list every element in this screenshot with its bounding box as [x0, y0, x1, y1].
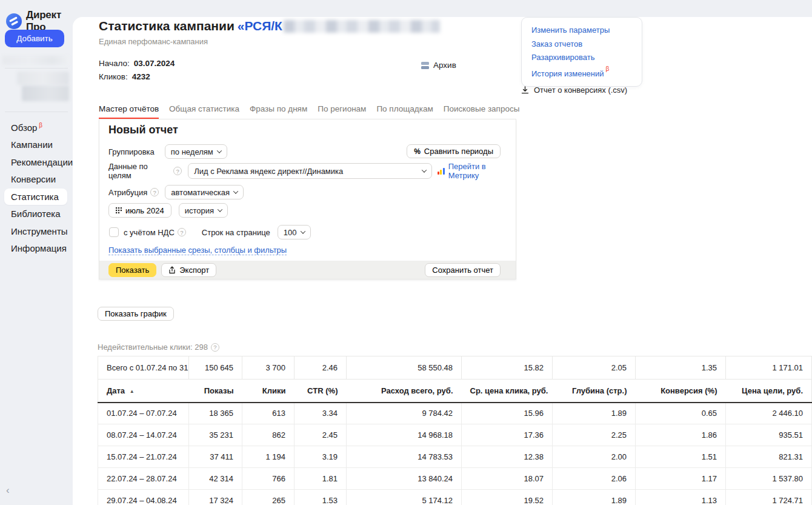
add-button[interactable]: Добавить	[5, 30, 64, 47]
vat-rows-row: с учётом НДС ? Строк на странице 100	[109, 225, 516, 239]
column-ctr[interactable]: CTR (%)	[295, 380, 347, 403]
direct-pro-statistics-page: Директ Про Добавить Обзор β Кампании Рек…	[0, 0, 812, 505]
metrika-link-group: Перейти в Метрику	[438, 162, 516, 180]
attribution-row: Атрибуция ? автоматическая	[108, 185, 516, 199]
start-date-row: Начало:03.07.2024	[99, 57, 175, 70]
sidebar-item-overview[interactable]: Обзор β	[0, 119, 73, 136]
direct-pro-logo-icon	[6, 13, 22, 29]
tab-general-statistics[interactable]: Общая статистика	[169, 104, 239, 119]
goals-label: Данные по целям	[108, 162, 170, 180]
sidebar-collapse-icon[interactable]: ‹	[6, 484, 10, 497]
chevron-down-icon	[300, 229, 305, 233]
table-row: 08.07.24 – 14.07.24 35 231 862 2.45 14 9…	[98, 424, 812, 446]
slices-row: Показать выбранные срезы, столбцы и филь…	[108, 244, 287, 256]
help-icon[interactable]: ?	[178, 228, 186, 236]
show-button[interactable]: Показать	[108, 263, 156, 277]
goals-row: Данные по целям ? Лид с Реклама яндекс д…	[108, 163, 516, 179]
beta-badge: β	[39, 122, 42, 129]
table-header-row: Дата ▲ Показы Клики CTR (%) Расход всего…	[98, 380, 812, 403]
edit-parameters-link[interactable]: Изменить параметры	[531, 24, 632, 38]
summary-label: Всего с 01.07.24 по 31.07.24	[98, 356, 189, 380]
chevron-down-icon	[233, 189, 238, 193]
period-picker-button[interactable]: июль 2024	[108, 203, 171, 218]
redacted-user-block-2	[22, 85, 69, 101]
tab-by-regions[interactable]: По регионам	[318, 104, 366, 119]
sidebar: Директ Про Добавить Обзор β Кампании Рек…	[0, 0, 73, 505]
archive-status[interactable]: Архив	[421, 61, 456, 70]
redacted-user-block	[17, 72, 69, 85]
start-date-value: 03.07.2024	[134, 59, 175, 68]
conversions-report-csv-link[interactable]: Отчет о конверсиях (.csv)	[521, 85, 627, 95]
column-depth[interactable]: Глубина (стр.)	[553, 380, 636, 403]
archive-label: Архив	[433, 61, 456, 70]
tab-phrases-by-day[interactable]: Фразы по дням	[250, 104, 307, 119]
invalid-clicks-note: Недействительные клики: 298 ?	[98, 343, 219, 352]
show-slices-columns-filters-link[interactable]: Показать выбранные срезы, столбцы и филь…	[108, 246, 287, 255]
attribution-label: Атрибуция	[108, 188, 147, 197]
help-icon[interactable]: ?	[211, 343, 219, 352]
history-select[interactable]: история	[179, 203, 228, 218]
form-footer: Показать Экспорт Сохранить отчет	[99, 261, 516, 279]
column-impressions[interactable]: Показы	[189, 380, 242, 403]
tab-search-queries[interactable]: Поисковые запросы	[444, 104, 520, 119]
sort-asc-icon: ▲	[130, 389, 135, 394]
sidebar-item-information[interactable]: Информация	[0, 240, 73, 258]
vat-checkbox[interactable]	[109, 227, 119, 237]
export-button[interactable]: Экспорт	[161, 263, 216, 277]
save-report-button[interactable]: Сохранить отчет	[425, 263, 501, 277]
compare-periods-icon: %	[414, 147, 421, 156]
page-title: Статистика кампании «РСЯ/К	[99, 19, 440, 33]
table-row: 22.07.24 – 28.07.24 42 314 766 1.81 13 8…	[98, 468, 812, 490]
sidebar-item-campaigns[interactable]: Кампании	[0, 136, 73, 154]
sidebar-item-library[interactable]: Библиотека	[0, 206, 73, 223]
grouping-label: Группировка	[108, 147, 155, 156]
new-report-form: Новый отчет Группировка по неделям % Сра…	[99, 119, 516, 279]
grouping-select[interactable]: по неделям	[165, 144, 227, 159]
grouping-row: Группировка по неделям % Сравнить период…	[108, 144, 516, 159]
sidebar-item-recommendations[interactable]: Рекомендации 2	[0, 153, 73, 171]
sidebar-item-tools[interactable]: Инструменты	[0, 222, 73, 240]
column-clicks[interactable]: Клики	[242, 380, 295, 403]
column-avg-cpc[interactable]: Ср. цена клика, руб.	[462, 380, 553, 403]
metrika-icon	[438, 168, 445, 175]
compare-periods-button[interactable]: % Сравнить периоды	[407, 144, 501, 158]
campaign-actions-menu: Изменить параметры Заказ отчетов Разархи…	[521, 17, 642, 87]
vat-label: с учётом НДС	[124, 228, 175, 237]
unarchive-link[interactable]: Разархивировать	[531, 51, 632, 65]
tab-report-wizard[interactable]: Мастер отчётов	[99, 104, 159, 119]
chevron-down-icon	[217, 148, 222, 153]
order-reports-link[interactable]: Заказ отчетов	[531, 38, 632, 52]
chevron-down-icon	[421, 167, 426, 172]
help-icon[interactable]: ?	[150, 188, 159, 196]
clicks-value: 4232	[132, 72, 150, 81]
show-chart-button[interactable]: Показать график	[98, 307, 174, 321]
redacted-campaign-name	[284, 20, 440, 33]
form-title: Новый отчет	[108, 124, 178, 136]
campaign-type-subtitle: Единая перфоманс-кампания	[99, 37, 208, 46]
help-icon[interactable]: ?	[173, 167, 182, 175]
column-goal-cost[interactable]: Цена цели, руб.	[726, 380, 812, 403]
attribution-select[interactable]: автоматическая	[165, 185, 244, 199]
tab-by-placements[interactable]: По площадкам	[376, 104, 433, 119]
column-conversion[interactable]: Конверсия (%)	[636, 380, 726, 403]
column-total-cost[interactable]: Расход всего, руб.	[347, 380, 462, 403]
summary-row: Всего с 01.07.24 по 31.07.24 150 645 3 7…	[98, 356, 812, 380]
campaign-name: «РСЯ/К	[238, 19, 282, 33]
sidebar-item-conversions[interactable]: Конверсии	[0, 171, 73, 189]
statistics-table: Всего с 01.07.24 по 31.07.24 150 645 3 7…	[98, 356, 812, 505]
change-history-link[interactable]: История измененийβ	[531, 65, 632, 81]
go-to-metrika-link[interactable]: Перейти в Метрику	[448, 162, 516, 180]
rows-per-page-select[interactable]: 100	[278, 225, 311, 239]
clicks-row: Кликов:4232	[99, 70, 175, 84]
column-date[interactable]: Дата ▲	[98, 380, 189, 403]
table-row: 29.07.24 – 04.08.24 17 324 265 1.53 5 17…	[98, 490, 812, 505]
archive-icon	[421, 62, 429, 69]
sidebar-divider	[5, 112, 68, 112]
download-icon	[521, 86, 529, 94]
sidebar-nav: Обзор β Кампании Рекомендации 2 Конверси…	[0, 119, 73, 257]
sidebar-item-statistics[interactable]: Статистика	[0, 188, 73, 206]
sidebar-divider	[5, 68, 68, 69]
export-icon	[168, 266, 176, 274]
period-row: июль 2024 история	[108, 203, 516, 218]
goals-select[interactable]: Лид с Реклама яндекс директ//Динамика	[188, 163, 431, 179]
